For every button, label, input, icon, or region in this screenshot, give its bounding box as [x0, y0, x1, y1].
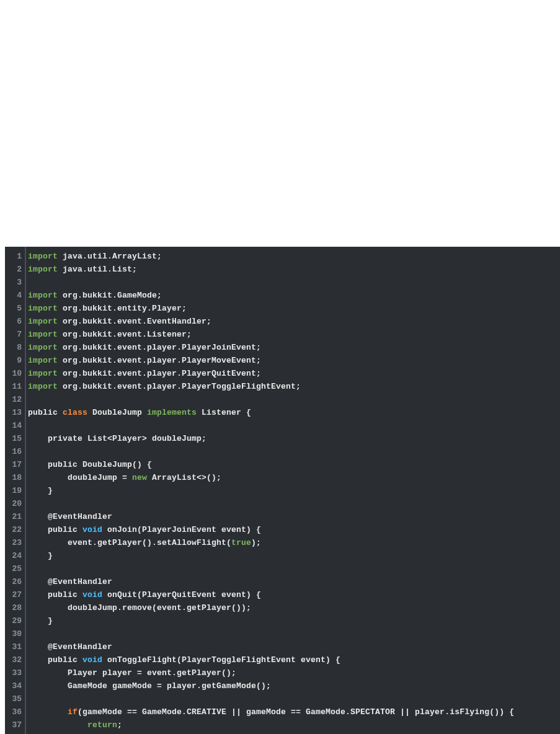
code-token: doubleJump = [28, 473, 132, 482]
code-token [28, 707, 68, 717]
code-token: @EventHandler [28, 577, 112, 586]
line-number: 1 [5, 250, 25, 263]
code-token: java.util.List; [58, 265, 137, 274]
code-content-area[interactable]: import java.util.ArrayList;import java.u… [25, 247, 560, 734]
code-token: void [82, 525, 102, 534]
code-line[interactable]: Player player = event.getPlayer(); [28, 666, 560, 679]
code-token: private List<Player> doubleJump; [28, 434, 207, 443]
line-number: 5 [5, 302, 25, 315]
code-line[interactable] [28, 562, 560, 575]
line-number: 37 [5, 719, 25, 732]
code-line[interactable]: @EventHandler [28, 640, 560, 653]
line-number: 11 [5, 380, 25, 393]
code-token: org.bukkit.event.player.PlayerMoveEvent; [58, 356, 261, 365]
code-token: import [28, 330, 58, 339]
line-number: 31 [5, 640, 25, 653]
code-line[interactable]: return; [28, 719, 560, 732]
code-line[interactable]: } [28, 614, 560, 627]
code-token [28, 720, 87, 730]
line-number: 13 [5, 406, 25, 419]
line-number: 36 [5, 705, 25, 719]
line-number: 35 [5, 692, 25, 705]
code-line[interactable]: import java.util.ArrayList; [28, 250, 560, 263]
code-token: @EventHandler [28, 642, 112, 652]
code-token: import [28, 317, 58, 326]
code-line[interactable] [28, 692, 560, 705]
code-token: import [28, 356, 58, 365]
code-token: true [231, 538, 251, 547]
code-line[interactable] [28, 276, 560, 289]
code-token: import [28, 265, 58, 274]
line-number: 6 [5, 315, 25, 328]
line-number: 27 [5, 588, 25, 601]
code-line[interactable]: public void onQuit(PlayerQuitEvent event… [28, 588, 560, 601]
code-token: public [28, 655, 82, 665]
code-line[interactable]: @EventHandler [28, 510, 560, 523]
line-number: 34 [5, 679, 25, 692]
line-number: 25 [5, 562, 25, 575]
code-token: GameMode gameMode = player.getGameMode()… [28, 681, 271, 691]
code-line[interactable]: private List<Player> doubleJump; [28, 432, 560, 445]
code-line[interactable]: public void onJoin(PlayerJoinEvent event… [28, 523, 560, 536]
line-number: 29 [5, 614, 25, 627]
code-editor[interactable]: 1234567891011121314151617181920212223242… [5, 247, 560, 734]
code-line[interactable]: @EventHandler [28, 575, 560, 588]
code-line[interactable]: doubleJump = new ArrayList<>(); [28, 471, 560, 484]
code-line[interactable] [28, 445, 560, 458]
code-line[interactable]: if(gameMode == GameMode.CREATIVE || game… [28, 705, 560, 719]
code-line[interactable]: event.getPlayer().setAllowFlight(true); [28, 536, 560, 549]
line-number: 33 [5, 666, 25, 679]
code-token: if [68, 707, 78, 717]
line-number: 16 [5, 445, 25, 458]
code-line[interactable] [28, 627, 560, 640]
code-token: } [28, 551, 53, 560]
code-token: ArrayList<>(); [147, 473, 221, 482]
code-token: org.bukkit.event.player.PlayerQuitEvent; [58, 369, 261, 378]
code-token: (gameMode == GameMode.CREATIVE || gameMo… [78, 707, 514, 717]
code-line[interactable] [28, 419, 560, 432]
code-line[interactable] [28, 393, 560, 406]
code-line[interactable]: public class DoubleJump implements Liste… [28, 406, 560, 419]
line-number: 21 [5, 510, 25, 523]
code-line[interactable]: public void onToggleFlight(PlayerToggleF… [28, 653, 560, 666]
code-line[interactable]: import org.bukkit.entity.Player; [28, 302, 560, 315]
code-line[interactable]: } [28, 549, 560, 562]
code-line[interactable]: import org.bukkit.event.player.PlayerMov… [28, 354, 560, 367]
line-number: 32 [5, 653, 25, 666]
line-number: 3 [5, 276, 25, 289]
line-number: 4 [5, 289, 25, 302]
code-token: onToggleFlight(PlayerToggleFlightEvent e… [102, 655, 340, 665]
code-line[interactable]: import org.bukkit.event.player.PlayerJoi… [28, 341, 560, 354]
code-token: public DoubleJump() { [28, 460, 152, 469]
code-token: void [82, 655, 102, 665]
code-token: return [87, 720, 117, 730]
code-token: event.getPlayer().setAllowFlight( [28, 538, 231, 547]
code-line[interactable]: import org.bukkit.event.EventHandler; [28, 315, 560, 328]
code-token: Player player = event.getPlayer(); [28, 668, 236, 678]
line-number: 30 [5, 627, 25, 640]
code-line[interactable]: import java.util.List; [28, 263, 560, 276]
line-number: 9 [5, 354, 25, 367]
line-number: 10 [5, 367, 25, 380]
code-token: onQuit(PlayerQuitEvent event) { [102, 590, 261, 599]
line-number-gutter: 1234567891011121314151617181920212223242… [5, 247, 25, 734]
code-token: public [28, 408, 63, 417]
code-line[interactable]: import org.bukkit.event.player.PlayerQui… [28, 367, 560, 380]
code-line[interactable]: GameMode gameMode = player.getGameMode()… [28, 679, 560, 692]
code-token: org.bukkit.event.player.PlayerToggleFlig… [58, 382, 301, 391]
code-token: org.bukkit.GameMode; [58, 291, 162, 300]
code-token: implements [147, 408, 197, 417]
code-line[interactable]: import org.bukkit.event.Listener; [28, 328, 560, 341]
code-line[interactable]: public DoubleJump() { [28, 458, 560, 471]
line-number: 14 [5, 419, 25, 432]
code-token: ); [251, 538, 261, 547]
code-token: new [132, 473, 147, 482]
code-token: class [63, 408, 87, 417]
code-token: import [28, 382, 58, 391]
code-line[interactable]: } [28, 484, 560, 497]
code-token: void [82, 590, 102, 599]
code-line[interactable] [28, 497, 560, 510]
code-line[interactable]: import org.bukkit.event.player.PlayerTog… [28, 380, 560, 393]
code-line[interactable]: doubleJump.remove(event.getPlayer()); [28, 601, 560, 614]
code-line[interactable]: import org.bukkit.GameMode; [28, 289, 560, 302]
